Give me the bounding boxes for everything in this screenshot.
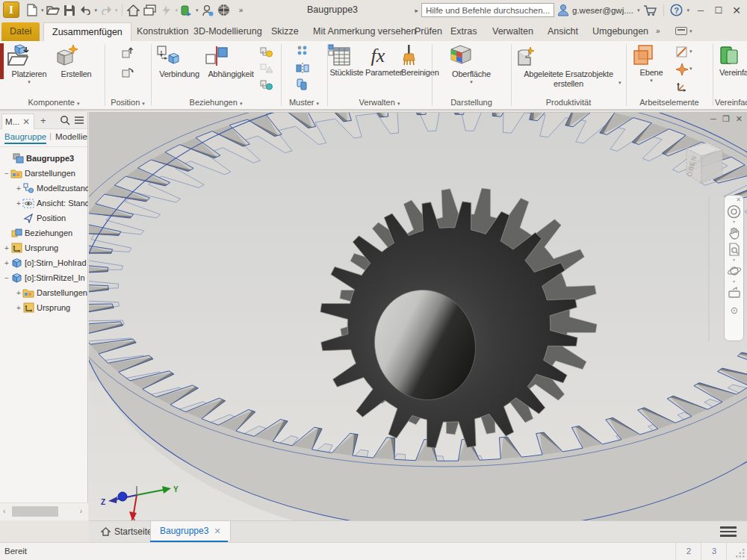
resize-grip[interactable] — [735, 548, 746, 559]
doc-tab-close-icon[interactable]: ✕ — [214, 526, 220, 536]
tab-datei[interactable]: Datei — [1, 22, 40, 41]
copy-icon[interactable] — [295, 77, 310, 92]
home-icon[interactable] — [125, 2, 142, 18]
mirror-icon[interactable] — [295, 60, 310, 75]
tree-item-beziehungen[interactable]: Beziehungen — [0, 225, 88, 240]
navbar-more-icon[interactable] — [731, 302, 738, 319]
group-label-komponente[interactable]: Komponente ▾ — [4, 98, 103, 107]
parameter-button[interactable]: fx Parameter — [365, 44, 401, 77]
stueckliste-button[interactable]: Stückliste — [328, 44, 365, 77]
group-label-beziehungen[interactable]: Beziehungen ▾ — [152, 98, 280, 107]
tree-item-modellzustand[interactable]: + Modellzustand — [0, 181, 88, 196]
tab-skizze[interactable]: Skizze — [263, 22, 307, 41]
help-search-input[interactable] — [421, 3, 554, 17]
undo-icon[interactable] — [78, 2, 94, 18]
tree-expander[interactable]: + — [3, 244, 10, 252]
tree-item-stirnritzel[interactable]: − [o]:StirnRitzel_In — [0, 270, 88, 285]
store-cart-icon[interactable] — [643, 4, 657, 16]
browser-menu-icon[interactable] — [74, 116, 84, 125]
erstellen-button[interactable]: Erstellen — [54, 44, 99, 78]
platzieren-button[interactable]: Platzieren ▾ — [6, 44, 52, 85]
update-lightning-icon[interactable] — [158, 2, 175, 18]
web-sphere-icon[interactable] — [216, 2, 232, 18]
doc-restore-icon[interactable]: ❐ — [722, 114, 730, 124]
tree-expander[interactable]: + — [15, 304, 22, 312]
orbit-icon[interactable] — [727, 263, 742, 279]
open-icon[interactable] — [45, 2, 61, 18]
steering-wheel-caret[interactable]: ▾ — [733, 220, 735, 225]
tab-ansicht[interactable]: Ansicht — [539, 22, 586, 41]
scroll-right-icon[interactable]: › — [80, 507, 82, 515]
scrollbar-thumb[interactable] — [12, 506, 58, 517]
tree-item-darstellungen[interactable]: − Darstellungen — [0, 166, 88, 181]
scroll-left-icon[interactable]: ‹ — [3, 507, 5, 515]
redo-caret[interactable]: ▾ — [115, 7, 118, 13]
doc-close-icon[interactable]: ✕ — [736, 114, 743, 124]
ebene-button[interactable]: Ebene ▾ — [633, 44, 670, 84]
tree-item-ursprung[interactable]: + Ursprung — [0, 240, 88, 255]
browser-search-icon[interactable] — [60, 115, 70, 125]
undo-caret[interactable]: ▾ — [95, 7, 98, 13]
abhaengigkeit-button[interactable]: Abhängigkeit — [204, 44, 258, 78]
navbar-close-icon[interactable]: ✕ — [736, 197, 741, 203]
tree-item-ursprung-child[interactable]: + Ursprung — [0, 300, 88, 315]
signed-in-user[interactable]: g.weser@gwj.... — [572, 6, 633, 15]
free-rotate-icon[interactable] — [120, 65, 135, 80]
hide-relationships-icon[interactable] — [259, 77, 274, 92]
orbit-caret[interactable]: ▾ — [733, 279, 735, 284]
work-axis-icon[interactable] — [675, 45, 689, 60]
tab-3d-modellierung[interactable]: 3D-Modellierung — [185, 22, 270, 41]
viewport-3d-scene[interactable]: OBENXYZ — [89, 113, 747, 520]
tree-item-assembly-root[interactable]: Baugruppe3 — [0, 151, 88, 166]
close-button[interactable]: ✕ — [729, 4, 744, 17]
tree-item-stirn-hohlrad[interactable]: + [o]:Stirn_Hohlrad — [0, 255, 88, 270]
qat-overflow-chevron[interactable]: » — [232, 2, 249, 18]
user-menu-caret[interactable]: ▾ — [637, 7, 640, 13]
tab-verwalten[interactable]: Verwalten — [484, 22, 542, 41]
refresh-caret[interactable]: ▾ — [196, 7, 199, 13]
oberflaeche-button[interactable]: Oberfläche ▾ — [447, 43, 495, 85]
group-label-verwalten[interactable]: Verwalten ▾ — [328, 98, 431, 107]
tree-expander[interactable]: + — [15, 184, 22, 193]
new-file-caret[interactable]: ▾ — [41, 7, 44, 13]
help-caret[interactable]: ▾ — [686, 7, 689, 13]
tree-item-ansicht[interactable]: + Ansicht: Stand — [0, 196, 88, 211]
show-relationships-icon[interactable] — [259, 44, 274, 59]
maximize-button[interactable]: ☐ — [711, 4, 726, 17]
tab-overflow-chevron[interactable]: » — [656, 27, 659, 35]
collaborate-icon[interactable] — [199, 2, 216, 18]
steering-wheel-icon[interactable] — [727, 203, 741, 220]
user-avatar-icon[interactable] — [557, 4, 569, 16]
group-label-position[interactable]: Position ▾ — [105, 98, 150, 107]
inventor-logo-icon[interactable]: I — [3, 1, 19, 18]
tab-extras[interactable]: Extras — [442, 22, 485, 41]
group-label-muster[interactable]: Muster ▾ — [282, 98, 326, 107]
free-move-icon[interactable] — [120, 46, 135, 60]
tree-expander[interactable]: − — [3, 274, 10, 282]
tree-expander[interactable]: + — [15, 199, 22, 208]
work-point-icon[interactable] — [675, 62, 689, 77]
new-file-icon[interactable] — [24, 2, 40, 18]
tree-item-position[interactable]: Position — [0, 211, 88, 225]
doc-minimize-icon[interactable]: ─ — [710, 114, 716, 124]
pattern-icon[interactable] — [295, 44, 310, 59]
tree-expander[interactable]: − — [3, 169, 10, 178]
tree-item-darstellungen-child[interactable]: + Darstellungen — [0, 285, 88, 300]
switch-windows-icon[interactable] — [142, 2, 158, 18]
tab-zusammenfuegen[interactable]: Zusammenfügen — [43, 22, 131, 41]
pan-hand-icon[interactable] — [728, 225, 741, 241]
vereinfachen-button[interactable]: Vereinfachen — [719, 44, 747, 77]
subtab-modellierung[interactable]: Modellierung — [55, 132, 87, 141]
ucs-icon[interactable] — [675, 79, 689, 94]
update-caret[interactable]: ▾ — [176, 7, 179, 13]
browser-tab-close-icon[interactable]: ✕ — [22, 117, 30, 126]
title-expander-arrow[interactable]: ▸ — [415, 7, 418, 14]
help-icon[interactable]: ? — [670, 4, 683, 16]
save-icon[interactable] — [61, 2, 78, 18]
tab-umgebungen[interactable]: Umgebungen — [584, 22, 657, 41]
subtab-baugruppe[interactable]: Baugruppe — [4, 132, 46, 144]
tree-expander[interactable]: + — [3, 259, 10, 267]
tree-expander[interactable]: + — [15, 289, 22, 297]
redo-icon[interactable] — [98, 2, 114, 18]
look-at-icon[interactable] — [727, 284, 742, 301]
